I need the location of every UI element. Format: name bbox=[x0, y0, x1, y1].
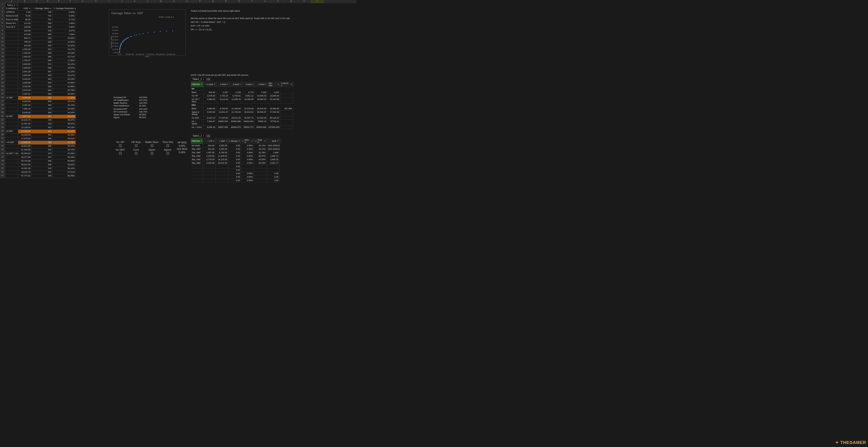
table-row[interactable]: 31 x2 DEF 9,477.00 451 36.12% bbox=[0, 115, 356, 119]
table3-pill[interactable]: Table3_2 bbox=[191, 134, 206, 138]
checkbox[interactable] bbox=[151, 145, 153, 147]
table-row[interactable]: Inc DEF5,424.1317,618.6629,813.2042,007.… bbox=[191, 116, 294, 120]
col-header[interactable]: # HP bbox=[203, 138, 216, 144]
col-k[interactable]: K bbox=[128, 0, 142, 3]
table-row[interactable]: Inc + Conv8,896.4928897.58648898.6796889… bbox=[191, 126, 294, 129]
col-header[interactable]: # DEF bbox=[216, 138, 228, 144]
col-header[interactable]: # 0 Mod bbox=[204, 82, 216, 87]
checkbox[interactable] bbox=[119, 145, 122, 147]
col-header[interactable]: 1 Mod bbox=[216, 82, 229, 87]
col-b[interactable]: B bbox=[18, 0, 32, 3]
table-row[interactable]: 36 16,425.60 401 43.20% bbox=[0, 133, 356, 137]
table-row[interactable]: 0.00 bbox=[191, 165, 281, 168]
table-row[interactable]: 28 6,491.62 484 31.44% bbox=[0, 104, 356, 107]
col-a[interactable]: A bbox=[5, 0, 18, 3]
col-t[interactable]: T bbox=[246, 0, 259, 3]
checkbox[interactable] bbox=[166, 152, 169, 155]
table-row[interactable]: 2hp, 2def2,133.0011,449.000.000.00%38.57… bbox=[191, 154, 281, 158]
hdr-conditions[interactable]: Conditions bbox=[5, 7, 18, 11]
col-f[interactable]: F bbox=[65, 0, 76, 3]
hdr-dmgred[interactable]: % Damage Reduction bbox=[53, 7, 76, 11]
table-row[interactable]: 47 57,774.31 286 59.49% bbox=[0, 174, 356, 178]
col-header[interactable]: 2 Mod bbox=[229, 82, 242, 87]
table-row[interactable]: Inc HP + Sens4,589.348,114.5611,639.7815… bbox=[191, 98, 294, 103]
table-row[interactable]: 23 3,723.00 529 24.86% bbox=[0, 85, 356, 89]
card-icon[interactable]: ▭ bbox=[206, 77, 211, 81]
table-row[interactable]: 32 10,215.76 445 36.97% bbox=[0, 119, 356, 122]
table-row[interactable]: 0.000.00%0.00 bbox=[191, 172, 281, 175]
table-row[interactable]: 24 3,973.00 524 25.78% bbox=[0, 89, 356, 93]
table-row[interactable]: Base2,083.006,766.0011,449.0016,132.0020… bbox=[191, 107, 294, 110]
table-row[interactable]: 29 7,656.79 470 33.43% bbox=[0, 107, 356, 111]
col-x[interactable]: X bbox=[298, 0, 311, 3]
col-r[interactable]: R bbox=[220, 0, 232, 3]
checkbox[interactable] bbox=[166, 145, 169, 147]
col-header[interactable]: Column 1 bbox=[280, 82, 293, 87]
table-row[interactable]: 35 x3 DEF 14,160.00 415 41.22% bbox=[0, 130, 356, 133]
col-v[interactable]: V bbox=[272, 0, 285, 3]
col-y[interactable]: Y bbox=[311, 0, 324, 3]
table-row[interactable]: 45 41,351.03 316 55.24% bbox=[0, 167, 356, 171]
freyna-header[interactable]: FREYNA bbox=[191, 138, 203, 144]
table-row[interactable]: 42 26,477.68 357 49.43% bbox=[0, 156, 356, 159]
checkbox[interactable] bbox=[135, 152, 137, 155]
col-i[interactable]: I bbox=[102, 0, 115, 3]
col-p[interactable]: P bbox=[193, 0, 207, 3]
table-row[interactable]: 26 x1 DEF 4,794.00 509 27.90% bbox=[0, 96, 356, 100]
col-g[interactable]: G bbox=[76, 0, 89, 3]
table-row[interactable]: 37 17,275.20 396 43.91% bbox=[0, 137, 356, 141]
col-h[interactable]: H bbox=[89, 0, 102, 3]
checkbox[interactable] bbox=[151, 152, 153, 155]
col-m[interactable]: M bbox=[154, 0, 167, 3]
checkbox[interactable] bbox=[135, 145, 137, 147]
table-row[interactable]: 33 11,561.94 433 38.67% bbox=[0, 122, 356, 126]
col-n[interactable]: N bbox=[167, 0, 181, 3]
table-row[interactable]: 44 36,811.50 326 53.82% bbox=[0, 163, 356, 167]
table-row[interactable]: Base841.001,4872,1332,7793,4254,291 bbox=[191, 91, 294, 94]
table-row[interactable]: 20 2,693.00 553 21.67% bbox=[0, 74, 356, 77]
table-row[interactable]: 25 4,187.61 520 26.35% bbox=[0, 93, 356, 96]
table-row[interactable]: 3hp, 1def2,779.0016,132.000.000.00%42.83… bbox=[191, 158, 281, 161]
table-row[interactable]: 1hp, 3def1,487.006,766.000.000.00%32.19%… bbox=[191, 151, 281, 154]
table-row[interactable]: 0.000.00%0.00 bbox=[191, 179, 281, 182]
row-1[interactable]: 1 bbox=[0, 3, 5, 7]
table-row[interactable]: 4hp, 0def3,425.0020,815.000.000.00%46.04… bbox=[191, 161, 281, 165]
table-row[interactable]: 22 3,465.89 534 24.36% bbox=[0, 82, 356, 85]
col-header[interactable]: EHP bbox=[267, 138, 280, 144]
table-row[interactable]: 18 2,268.63 565 19.97% bbox=[0, 66, 356, 70]
col-l[interactable]: L bbox=[142, 0, 154, 3]
freyna-header[interactable]: FREYNA bbox=[191, 82, 204, 87]
table1-pill[interactable]: Table1_2 bbox=[191, 77, 206, 81]
table2-pill[interactable]: Table2_2 bbox=[5, 3, 18, 7]
checkbox[interactable] bbox=[119, 152, 122, 155]
col-w[interactable]: W bbox=[285, 0, 298, 3]
card-icon[interactable]: ▭ bbox=[206, 134, 211, 138]
col-header[interactable]: 3 Mod bbox=[242, 82, 255, 87]
col-o[interactable]: O bbox=[181, 0, 193, 3]
col-header[interactable]: 4 Mod bbox=[255, 82, 268, 87]
table-row[interactable]: 27 5,044.00 505 28.47% bbox=[0, 100, 356, 104]
row-2[interactable]: 2 bbox=[0, 7, 5, 11]
table-row[interactable]: No Mods841.002,083.000.000.00%19.12%1001… bbox=[191, 144, 281, 148]
table-row[interactable]: 46 49,240.78 300 57.51% bbox=[0, 171, 356, 174]
table-row[interactable]: Spear & Shield3,953.5312,841.8721,730.20… bbox=[191, 110, 294, 116]
col-header[interactable]: % Misc. D bbox=[241, 138, 254, 144]
table-row[interactable]: 19 2,541.26 557 21.10% bbox=[0, 70, 356, 74]
table-row[interactable]: 30 8,629.92 460 34.84% bbox=[0, 111, 356, 115]
table-row[interactable]: 0.00 bbox=[191, 168, 281, 172]
col-header[interactable]: % Elemen bbox=[228, 138, 241, 144]
col-q[interactable]: Q bbox=[207, 0, 220, 3]
table-row[interactable]: Inc + Spear7,294.6723694.53240094.398564… bbox=[191, 120, 294, 126]
table-row[interactable]: 17 2,083.00 571 19.12% bbox=[0, 63, 356, 66]
col-d[interactable]: D bbox=[42, 0, 53, 3]
col-header[interactable]: 4M+ Affix bbox=[268, 82, 280, 87]
col-e[interactable]: E bbox=[53, 0, 65, 3]
table-row[interactable]: 0.000.00%0.00 bbox=[191, 175, 281, 179]
col-c[interactable]: C bbox=[32, 0, 42, 3]
col-s[interactable]: S bbox=[232, 0, 246, 3]
table-row[interactable]: 43 29,742.86 346 50.99% bbox=[0, 159, 356, 163]
table-row[interactable]: 21 3,150.81 542 23.23% bbox=[0, 77, 356, 82]
table-row[interactable]: 0hp, 4def841.002,083.000.000.00%19.12%10… bbox=[191, 148, 281, 151]
hdr-dmgtaken[interactable]: # Damage Taken bbox=[32, 7, 53, 11]
col-u[interactable]: U bbox=[259, 0, 272, 3]
